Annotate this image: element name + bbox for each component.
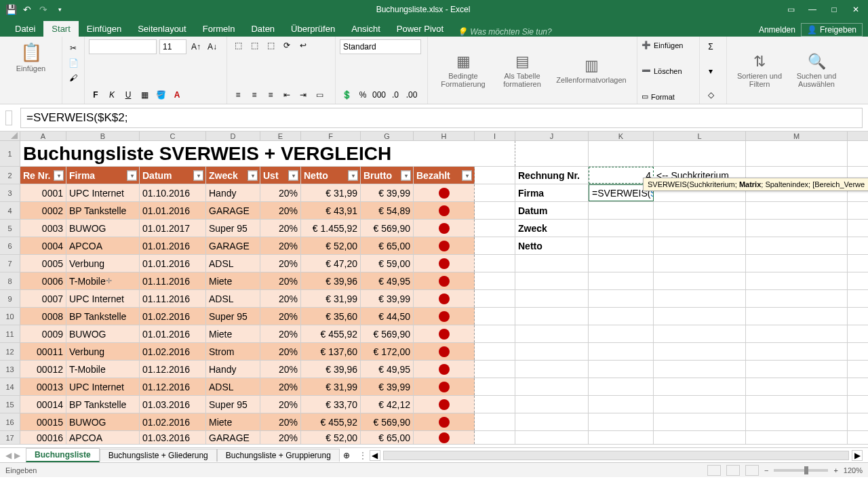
table-cell[interactable]: € 44,50: [361, 308, 414, 325]
table-cell[interactable]: ADSL: [206, 255, 260, 272]
table-cell[interactable]: € 569,90: [361, 325, 414, 342]
table-cell[interactable]: € 569,90: [361, 413, 414, 430]
table-cell[interactable]: € 33,70: [301, 396, 361, 413]
table-cell[interactable]: € 172,00: [361, 343, 414, 360]
tab-ueberpruefen[interactable]: Überprüfen: [283, 21, 343, 37]
row-header-9[interactable]: 9: [0, 290, 20, 307]
row-header-14[interactable]: 14: [0, 378, 20, 395]
table-cell[interactable]: € 31,99: [301, 290, 361, 307]
table-cell[interactable]: 20%: [260, 255, 301, 272]
table-cell[interactable]: Super 95: [206, 308, 260, 325]
row-header-2[interactable]: 2: [0, 167, 20, 184]
row-header-16[interactable]: 16: [0, 413, 20, 430]
cond-format-button[interactable]: ▦ Bedingte Formatierung: [432, 50, 494, 91]
filter-icon[interactable]: ▾: [127, 170, 137, 180]
table-cell-bezahlt[interactable]: [414, 220, 475, 237]
row-header-15[interactable]: 15: [0, 396, 20, 413]
indent-dec-icon[interactable]: ⇤: [280, 89, 294, 101]
table-cell[interactable]: € 52,00: [301, 237, 361, 254]
sort-filter-button[interactable]: ⇅ Sortieren und Filtern: [731, 50, 788, 91]
sheet-tab-3[interactable]: Buchungsliste + Gruppierung: [217, 449, 340, 462]
add-sheet-button[interactable]: ⊕: [340, 451, 353, 460]
fill-icon[interactable]: ▾: [704, 65, 717, 77]
table-cell-bezahlt[interactable]: [414, 396, 475, 413]
sheet-tab-1[interactable]: Buchungsliste: [26, 448, 100, 462]
table-cell[interactable]: UPC Internet: [66, 184, 140, 201]
sheet-nav-next-icon[interactable]: ▶: [14, 451, 20, 460]
table-cell[interactable]: 20%: [260, 202, 301, 219]
table-cell[interactable]: 00012: [20, 361, 66, 378]
tell-me-search[interactable]: 💡 Was möchten Sie tun?: [452, 27, 552, 37]
table-cell[interactable]: 0006: [20, 272, 66, 289]
table-cell[interactable]: 0004: [20, 237, 66, 254]
italic-icon[interactable]: K: [105, 89, 119, 101]
tab-formeln[interactable]: Formeln: [195, 21, 243, 37]
delete-cells-button[interactable]: ➖Löschen: [642, 66, 695, 75]
filter-icon[interactable]: ▾: [401, 170, 411, 180]
insert-cells-button[interactable]: ➕Einfügen: [642, 41, 695, 49]
table-cell[interactable]: 20%: [260, 361, 301, 378]
table-cell[interactable]: 01.01.2016: [140, 255, 206, 272]
table-cell[interactable]: € 59,00: [361, 255, 414, 272]
table-cell-bezahlt[interactable]: [414, 308, 475, 325]
th-ust[interactable]: Ust▾: [260, 167, 301, 184]
table-cell-bezahlt[interactable]: [414, 378, 475, 395]
table-cell[interactable]: Miete: [206, 413, 260, 430]
table-cell[interactable]: T-Mobile ✛: [66, 272, 140, 289]
table-cell[interactable]: GARAGE: [206, 202, 260, 219]
table-cell[interactable]: 00015: [20, 413, 66, 430]
table-cell-bezahlt[interactable]: [414, 290, 475, 307]
table-cell[interactable]: Super 95: [206, 220, 260, 237]
row-header-12[interactable]: 12: [0, 343, 20, 360]
table-cell[interactable]: BP Tankstelle: [66, 308, 140, 325]
table-cell[interactable]: Strom: [206, 343, 260, 360]
table-cell[interactable]: ADSL: [206, 378, 260, 395]
col-A[interactable]: A: [20, 131, 66, 140]
font-size-input[interactable]: [159, 39, 186, 54]
th-firma[interactable]: Firma▾: [66, 167, 140, 184]
table-cell[interactable]: € 42,12: [361, 396, 414, 413]
table-cell[interactable]: 01.01.2016: [140, 202, 206, 219]
format-cells-button[interactable]: ▭Format: [642, 92, 695, 101]
table-cell[interactable]: € 49,95: [361, 272, 414, 289]
table-cell[interactable]: 01.03.2016: [140, 396, 206, 413]
zoom-level[interactable]: 120%: [844, 466, 863, 474]
table-cell[interactable]: Handy: [206, 184, 260, 201]
font-color-icon[interactable]: A: [170, 89, 184, 101]
th-bezahlt[interactable]: Bezahlt▾: [414, 167, 475, 184]
filter-icon[interactable]: ▾: [462, 170, 472, 180]
th-netto[interactable]: Netto▾: [301, 167, 361, 184]
table-cell-bezahlt[interactable]: [414, 361, 475, 378]
table-cell[interactable]: € 1.455,92: [301, 220, 361, 237]
row-header-1[interactable]: 1: [0, 141, 20, 166]
table-cell-bezahlt[interactable]: [414, 413, 475, 430]
table-cell[interactable]: 0009: [20, 325, 66, 342]
clear-icon[interactable]: ◇: [704, 89, 717, 101]
table-cell-bezahlt[interactable]: [414, 431, 475, 444]
table-cell[interactable]: GARAGE: [206, 237, 260, 254]
merge-icon[interactable]: ▭: [313, 89, 326, 101]
table-cell[interactable]: 20%: [260, 343, 301, 360]
percent-icon[interactable]: %: [356, 89, 370, 101]
col-I[interactable]: I: [475, 131, 515, 140]
side-label[interactable]: Netto: [515, 237, 589, 254]
row-header-7[interactable]: 7: [0, 255, 20, 272]
table-cell[interactable]: 20%: [260, 237, 301, 254]
tab-seitenlayout[interactable]: Seitenlayout: [130, 21, 195, 37]
table-cell[interactable]: € 455,92: [301, 413, 361, 430]
align-mid-icon[interactable]: ⬚: [248, 39, 261, 52]
borders-icon[interactable]: ▦: [138, 89, 151, 101]
table-cell[interactable]: Handy: [206, 361, 260, 378]
name-box[interactable]: [5, 110, 12, 125]
table-cell-bezahlt[interactable]: [414, 237, 475, 254]
wrap-text-icon[interactable]: ↩: [296, 39, 310, 52]
table-cell[interactable]: 0002: [20, 202, 66, 219]
table-cell[interactable]: € 39,96: [301, 272, 361, 289]
table-cell[interactable]: 0008: [20, 308, 66, 325]
table-cell[interactable]: 01.12.2016: [140, 378, 206, 395]
row-header-3[interactable]: 3: [0, 184, 20, 201]
col-K[interactable]: K: [589, 131, 654, 140]
increase-font-icon[interactable]: A↑: [189, 41, 203, 53]
align-right-icon[interactable]: ≡: [264, 89, 277, 101]
table-cell[interactable]: 20%: [260, 431, 301, 444]
